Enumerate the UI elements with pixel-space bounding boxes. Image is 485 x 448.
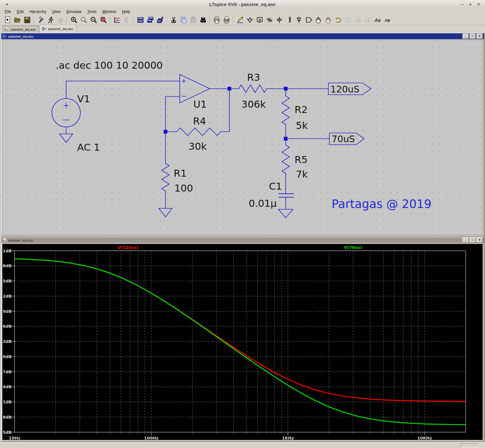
c1-value[interactable]: 0.01µ <box>249 198 277 209</box>
net-label-70us[interactable]: 70uS <box>329 133 364 145</box>
menu-edit[interactable]: Edit <box>14 9 27 14</box>
child-minimize-button[interactable]: _ <box>463 237 469 243</box>
component-c1[interactable] <box>278 194 294 218</box>
toolbar-button-component[interactable] <box>304 15 314 24</box>
plot-window-titlebar[interactable]: passive_eq.asc _ □ × <box>1 237 484 243</box>
toolbar-button-mirror[interactable]: Em <box>353 15 363 24</box>
net-label-icon: A <box>256 16 264 24</box>
toolbar-button-net-label[interactable]: A <box>255 15 264 24</box>
r2-ref[interactable]: R2 <box>295 104 308 115</box>
r5-ref[interactable]: R5 <box>295 154 308 165</box>
menu-tools[interactable]: Tools <box>84 9 99 14</box>
toolbar-button-save[interactable] <box>22 15 32 24</box>
menu-view[interactable]: View <box>49 9 63 14</box>
child-restore-button[interactable]: □ <box>469 237 476 243</box>
toolbar-button-cut[interactable] <box>169 15 178 24</box>
mirror-icon: Em <box>354 16 362 24</box>
annotation-text[interactable]: Partagas @ 2019 <box>332 197 432 211</box>
schematic-canvas[interactable]: .ac dec 100 10 20000 <box>2 40 483 235</box>
component-r1[interactable] <box>159 163 172 217</box>
v1-value[interactable]: AC 1 <box>77 142 100 153</box>
toolbar-button-rotate[interactable]: E∃ <box>363 15 372 24</box>
r1-ref[interactable]: R1 <box>174 167 187 179</box>
toolbar-button-tile-vertical[interactable] <box>145 15 155 24</box>
tab-schematic[interactable]: passive_eq.asc <box>40 25 76 33</box>
maximize-button[interactable]: + <box>468 0 473 9</box>
toolbar-button-tile-horizontal[interactable] <box>135 15 145 24</box>
toolbar-button-undo[interactable] <box>333 15 343 24</box>
child-restore-button[interactable]: □ <box>469 34 476 39</box>
toolbar-button-ground[interactable] <box>245 15 255 24</box>
toolbar-button-zoom-full-extents[interactable] <box>98 15 108 24</box>
toolbar-button-print-preview[interactable] <box>221 15 231 24</box>
component-r2[interactable] <box>282 96 289 124</box>
toolbar-button-open[interactable] <box>12 15 22 24</box>
toolbar-button-inductor[interactable] <box>284 15 294 24</box>
menu-hierarchy[interactable]: Hierarchy <box>27 9 49 14</box>
toolbar-button-capacitor[interactable] <box>274 15 284 24</box>
child-minimize-button[interactable]: _ <box>463 34 469 39</box>
zoom-back-icon <box>80 16 88 24</box>
toolbar-button-text[interactable]: Aa <box>372 15 382 24</box>
menu-file[interactable]: File <box>2 9 14 14</box>
component-r4[interactable] <box>177 128 221 136</box>
y-axis-label: 18dB <box>3 415 12 420</box>
toolbar-button-move[interactable] <box>314 15 323 24</box>
toolbar-button-wire[interactable] <box>235 15 245 24</box>
toolbar-button-control-panel[interactable] <box>36 15 46 24</box>
close-button[interactable]: × <box>476 0 481 9</box>
toolbar-button-zoom-out[interactable] <box>89 15 98 24</box>
r1-value[interactable]: 100 <box>174 182 193 194</box>
component-r3[interactable] <box>239 85 267 92</box>
r4-ref[interactable]: R4 <box>193 115 206 127</box>
toolbar-button-autorange-y-axis[interactable] <box>112 15 122 24</box>
toolbar-button-new-schematic[interactable] <box>3 15 12 24</box>
child-close-button[interactable]: × <box>476 34 483 39</box>
move-icon <box>315 16 322 24</box>
plot-pane[interactable]: 51dB48dB45dB42dB39dB36dB33dB30dB27dB24dB… <box>2 244 483 440</box>
toolbar-button-halt[interactable] <box>55 15 65 24</box>
toolbar-button-run[interactable] <box>46 15 55 24</box>
menu-help[interactable]: Help <box>119 9 133 14</box>
component-v1[interactable] <box>52 98 80 142</box>
child-close-button[interactable]: × <box>476 237 483 243</box>
menu-window[interactable]: Window <box>99 9 119 14</box>
r4-value[interactable]: 30k <box>189 141 207 152</box>
toolbar-separator <box>166 16 167 24</box>
legend-V120us[interactable]: V(120us) <box>118 245 139 250</box>
schematic-window-titlebar[interactable]: passive_eq.asc _ □ × <box>1 33 484 39</box>
toolbar-button-zoom-back[interactable] <box>79 15 89 24</box>
copy-icon <box>180 16 187 24</box>
legend-V70us[interactable]: V(70us) <box>344 245 362 250</box>
r3-value[interactable]: 306k <box>241 98 266 110</box>
window-menu-icon[interactable] <box>3 2 11 7</box>
tab-plot[interactable]: passive_eq.asc <box>3 26 39 33</box>
toolbar-button-paste[interactable] <box>188 15 198 24</box>
r3-ref[interactable]: R3 <box>247 72 260 83</box>
toolbar-button-zoom-in[interactable] <box>69 15 79 24</box>
toolbar-button-diode[interactable] <box>294 15 304 24</box>
r5-value[interactable]: 7k <box>296 168 308 180</box>
toolbar-button-halfmoon[interactable] <box>122 15 132 24</box>
toolbar-button-print[interactable] <box>212 15 221 24</box>
toolbar-button-cascade[interactable] <box>155 15 165 24</box>
r2-value[interactable]: 5k <box>296 120 308 131</box>
toolbar-button-resistor[interactable] <box>264 15 274 24</box>
paste-icon <box>190 16 197 24</box>
spice-directive-text[interactable]: .ac dec 100 10 20000 <box>56 60 163 71</box>
toolbar-button-drag[interactable] <box>323 15 333 24</box>
menu-simulate[interactable]: Simulate <box>63 9 84 14</box>
toolbar-button-spice-directive[interactable]: .op <box>382 15 392 24</box>
resize-grip[interactable] <box>480 443 485 448</box>
window-title: LTspice XVII - passive_eq.asc <box>209 2 276 7</box>
toolbar-button-find[interactable] <box>198 15 208 24</box>
y-axis-label: 33dB <box>3 339 12 344</box>
toolbar-button-redo[interactable] <box>343 15 353 24</box>
v1-ref[interactable]: V1 <box>77 93 90 104</box>
component-r5[interactable] <box>282 145 289 174</box>
minimize-button[interactable]: − <box>460 0 465 9</box>
toolbar-button-copy[interactable] <box>178 15 188 24</box>
net-label-120us[interactable]: 120uS <box>328 83 371 95</box>
u1-ref[interactable]: U1 <box>193 98 207 110</box>
c1-ref[interactable]: C1 <box>269 180 282 192</box>
